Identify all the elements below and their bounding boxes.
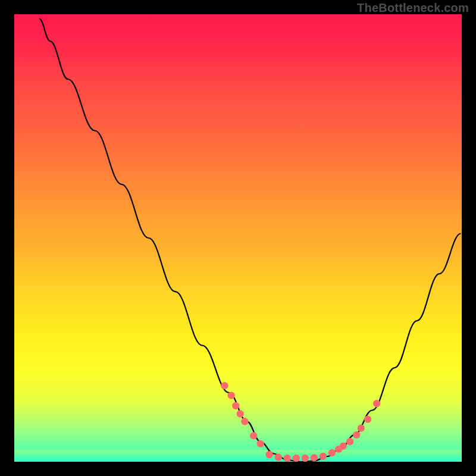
chart-frame: TheBottleneck.com [0, 0, 476, 476]
green-band [14, 450, 462, 462]
watermark-text: TheBottleneck.com [357, 1, 469, 15]
plot-area [14, 14, 462, 462]
